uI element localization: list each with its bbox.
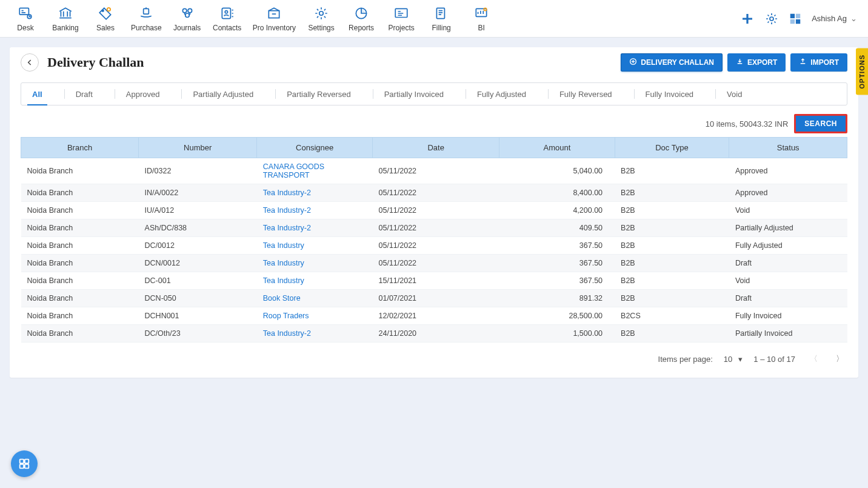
cell-consignee[interactable]: Roop Traders (257, 307, 373, 325)
nav-item-journals[interactable]: Journals (173, 0, 202, 37)
apps-fab-button[interactable] (11, 450, 38, 477)
settings-gear-button[interactable] (764, 12, 779, 26)
cell-consignee[interactable]: Tea Industry-2 (257, 325, 373, 343)
cell-date: 05/11/2022 (373, 219, 499, 237)
table-row[interactable]: Noida BranchID/0322CANARA GOODS TRANSPOR… (21, 158, 847, 184)
nav-item-projects[interactable]: Projects (387, 0, 416, 37)
nav-item-filling[interactable]: Filling (427, 0, 456, 37)
cell-branch: Noida Branch (21, 307, 139, 325)
cell-consignee[interactable]: Tea Industry-2 (257, 184, 373, 202)
tab-approved[interactable]: Approved (104, 83, 171, 105)
col-branch[interactable]: Branch (21, 138, 139, 158)
data-table: Branch Number Consignee Date Amount Doc … (21, 137, 847, 343)
svg-rect-20 (790, 19, 795, 23)
cell-branch: Noida Branch (21, 184, 139, 202)
tab-partially-reversed[interactable]: Partially Reversed (264, 83, 362, 105)
tab-fully-reversed[interactable]: Fully Reversed (537, 83, 623, 105)
tab-label: Partially Adjusted (193, 90, 253, 99)
cell-doctype: B2B (615, 219, 729, 237)
tab-label: Void (727, 90, 742, 99)
pagination: Items per page: 10 ▾ 1 – 10 of 17 〈 〉 (21, 351, 847, 367)
cell-number: DC/Oth/23 (139, 325, 257, 343)
col-amount[interactable]: Amount (499, 138, 615, 158)
cell-consignee[interactable]: Tea Industry (257, 272, 373, 290)
table-header: Branch Number Consignee Date Amount Doc … (21, 138, 847, 158)
cell-date: 15/11/2021 (373, 272, 499, 290)
next-page-button[interactable]: 〉 (832, 351, 847, 367)
cell-consignee[interactable]: Tea Industry (257, 255, 373, 272)
upload-icon (799, 58, 807, 67)
plus-circle-icon (629, 58, 637, 67)
cell-branch: Noida Branch (21, 255, 139, 272)
purchase-icon (138, 5, 154, 21)
nav-item-reports[interactable]: Reports (347, 0, 376, 37)
search-button[interactable]: SEARCH (794, 114, 847, 133)
svg-point-16 (484, 8, 486, 10)
svg-point-6 (188, 8, 192, 13)
col-doctype[interactable]: Doc Type (615, 138, 729, 158)
col-consignee[interactable]: Consignee (257, 138, 373, 158)
col-date[interactable]: Date (373, 138, 499, 158)
tab-draft[interactable]: Draft (53, 83, 104, 105)
table-row[interactable]: Noida BranchDC/Oth/23Tea Industry-224/11… (21, 325, 847, 343)
nav-item-contacts[interactable]: Contacts (213, 0, 242, 37)
prev-page-button[interactable]: 〈 (806, 351, 821, 367)
back-button[interactable] (21, 53, 39, 72)
import-button[interactable]: IMPORT (790, 53, 847, 72)
table-row[interactable]: Noida BranchIU/A/012Tea Industry-205/11/… (21, 202, 847, 219)
tab-all[interactable]: All (21, 84, 53, 105)
cell-status: Draft (729, 290, 847, 307)
cell-doctype: B2B (615, 202, 729, 219)
nav-items: Desk Banking Sales Purchase Journals Con… (11, 0, 496, 37)
table-body: Noida BranchID/0322CANARA GOODS TRANSPOR… (21, 158, 847, 343)
table-row[interactable]: Noida BranchIN/A/0022Tea Industry-205/11… (21, 184, 847, 202)
cell-consignee[interactable]: CANARA GOODS TRANSPORT (257, 158, 373, 184)
calculator-button[interactable] (789, 12, 802, 25)
tab-partially-adjusted[interactable]: Partially Adjusted (170, 83, 264, 105)
projects-icon (393, 5, 409, 21)
nav-item-proinventory[interactable]: Pro Inventory (253, 0, 296, 37)
add-button[interactable] (740, 12, 755, 26)
export-button[interactable]: EXPORT (727, 53, 786, 72)
cell-doctype: B2B (615, 290, 729, 307)
table-row[interactable]: Noida BranchDCN-050Book Store01/07/20218… (21, 290, 847, 307)
cell-consignee[interactable]: Tea Industry (257, 237, 373, 255)
col-number[interactable]: Number (139, 138, 257, 158)
nav-item-purchase[interactable]: Purchase (131, 0, 162, 37)
tab-label: Fully Invoiced (646, 90, 693, 99)
page-size-value: 10 (724, 355, 732, 364)
cell-consignee[interactable]: Book Store (257, 290, 373, 307)
cell-consignee[interactable]: Tea Industry-2 (257, 219, 373, 237)
cell-number: ASh/DC/838 (139, 219, 257, 237)
svg-rect-14 (436, 8, 444, 18)
page-header: Delivery Challan DELIVERY CHALLAN EXPORT… (21, 53, 847, 72)
nav-item-banking[interactable]: Banking (51, 0, 80, 37)
options-side-tab[interactable]: OPTIONS (856, 48, 868, 95)
table-row[interactable]: Noida BranchDC-001Tea Industry15/11/2021… (21, 272, 847, 290)
cell-consignee[interactable]: Tea Industry-2 (257, 202, 373, 219)
user-menu[interactable]: Ashish Ag ⌄ (812, 14, 857, 23)
create-delivery-challan-button[interactable]: DELIVERY CHALLAN (621, 53, 723, 72)
tab-partially-invoiced[interactable]: Partially Invoiced (362, 83, 455, 105)
page-size-select[interactable]: 10 ▾ (724, 355, 743, 364)
svg-rect-23 (20, 460, 24, 463)
table-row[interactable]: Noida BranchDCN/0012Tea Industry05/11/20… (21, 255, 847, 272)
svg-rect-18 (790, 13, 795, 18)
nav-item-settings[interactable]: Settings (307, 0, 336, 37)
nav-item-bi[interactable]: BI (467, 0, 496, 37)
nav-item-desk[interactable]: Desk (11, 0, 40, 37)
col-status[interactable]: Status (729, 138, 847, 158)
button-label: EXPORT (747, 58, 777, 67)
tab-void[interactable]: Void (704, 83, 753, 105)
table-row[interactable]: Noida BranchASh/DC/838Tea Industry-205/1… (21, 219, 847, 237)
cell-amount: 8,400.00 (499, 184, 615, 202)
table-row[interactable]: Noida BranchDC/0012Tea Industry05/11/202… (21, 237, 847, 255)
table-row[interactable]: Noida BranchDCHN001Roop Traders12/02/202… (21, 307, 847, 325)
header-actions: DELIVERY CHALLAN EXPORT IMPORT (621, 53, 847, 72)
bi-icon (473, 5, 489, 21)
cell-date: 24/11/2020 (373, 325, 499, 343)
tab-fully-adjusted[interactable]: Fully Adjusted (455, 83, 537, 105)
tab-fully-invoiced[interactable]: Fully Invoiced (623, 83, 704, 105)
nav-label: Contacts (213, 24, 241, 32)
nav-item-sales[interactable]: Sales (91, 0, 120, 37)
